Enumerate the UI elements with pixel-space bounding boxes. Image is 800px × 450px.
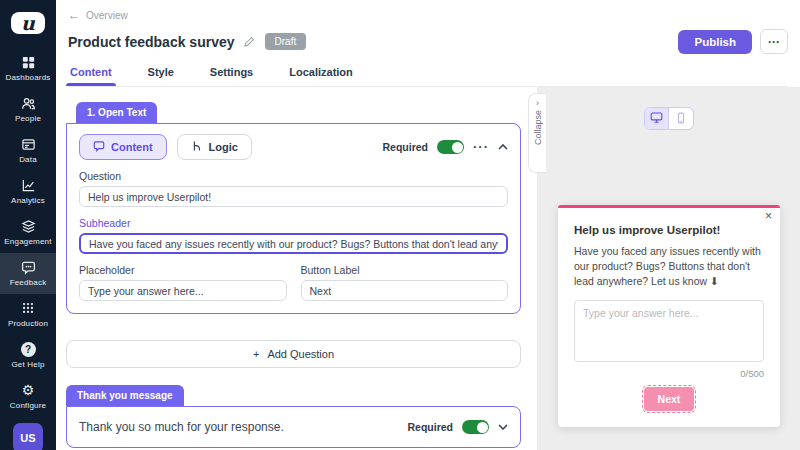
desktop-preview-button[interactable] — [645, 108, 669, 129]
question-input[interactable] — [79, 186, 508, 207]
tab-bar: Content Style Settings Localization — [68, 66, 788, 87]
sidebar-bottom: Production ? Get Help ⚙ Configure US — [0, 294, 56, 450]
required-toggle[interactable] — [437, 140, 464, 154]
sidebar-item-label: Analytics — [11, 196, 45, 205]
production-icon — [21, 300, 35, 316]
sidebar-item-configure[interactable]: ⚙ Configure — [0, 376, 56, 417]
speech-bubble-icon — [93, 140, 105, 154]
survey-next-button[interactable]: Next — [644, 387, 695, 411]
tab-localization[interactable]: Localization — [289, 66, 353, 86]
breadcrumb[interactable]: ← Overview — [68, 8, 788, 22]
survey-question-title: Help us improve Userpilot! — [574, 224, 764, 236]
sidebar-item-get-help[interactable]: ? Get Help — [0, 335, 56, 376]
sidebar-item-data[interactable]: Data — [0, 130, 56, 171]
question-card: Content Logic Required ··· Question — [66, 123, 521, 314]
sidebar-item-dashboards[interactable]: Dashboards — [0, 48, 56, 89]
question-field-label: Question — [79, 170, 508, 182]
thank-you-card: Thank you so much for your response. Req… — [66, 406, 521, 448]
breadcrumb-label[interactable]: Overview — [86, 10, 128, 21]
engagement-icon — [21, 218, 36, 234]
logic-branch-icon — [191, 140, 203, 154]
collapse-chevron-icon: › — [536, 99, 539, 107]
subheader-field-label: Subheader — [79, 217, 508, 229]
sidebar-item-label: Engagement — [4, 237, 51, 246]
userpilot-logo[interactable]: u — [11, 12, 45, 34]
placeholder-buttonlabel-row: Placeholder Button Label — [79, 254, 508, 301]
page-header: ← Overview Product feedback survey Draft… — [56, 0, 800, 87]
plus-icon: + — [253, 348, 259, 360]
survey-answer-textarea[interactable] — [574, 300, 764, 362]
sidebar-item-feedback[interactable]: Feedback — [0, 253, 56, 294]
sidebar-item-label: Get Help — [11, 360, 44, 369]
people-icon — [21, 95, 36, 111]
logo-letter: u — [21, 12, 35, 34]
placeholder-input[interactable] — [79, 280, 287, 301]
page-title: Product feedback survey — [68, 34, 235, 50]
sidebar-item-analytics[interactable]: Analytics — [0, 171, 56, 212]
header-actions: Publish ··· — [678, 29, 788, 54]
survey-editor: 1. Open Text Content Logic Required ··· — [56, 87, 537, 450]
sidebar-item-engagement[interactable]: Engagement — [0, 212, 56, 253]
chevron-down-icon[interactable] — [498, 424, 508, 430]
sidebar-item-production[interactable]: Production — [0, 294, 56, 335]
sidebar-item-label: Data — [19, 155, 37, 164]
thank-you-toolbar-right: Required — [407, 420, 508, 434]
button-label-input[interactable] — [301, 280, 509, 301]
question-card-tab[interactable]: 1. Open Text — [76, 102, 157, 123]
content-mode-button[interactable]: Content — [79, 134, 167, 160]
sidebar-nav: Dashboards People Data Analytics Engagem… — [0, 48, 56, 294]
survey-preview-card: × Help us improve Userpilot! Have you fa… — [558, 205, 780, 427]
monitor-icon — [650, 110, 663, 128]
survey-subheader-text: Have you faced any issues recently with … — [574, 244, 764, 290]
question-toolbar-right: Required ··· — [382, 140, 508, 154]
thank-you-required-toggle[interactable] — [462, 420, 489, 434]
help-icon: ? — [21, 341, 36, 357]
tab-content[interactable]: Content — [70, 66, 112, 86]
logic-mode-button[interactable]: Logic — [177, 134, 252, 160]
placeholder-field-label: Placeholder — [79, 264, 287, 276]
question-toolbar: Content Logic Required ··· — [79, 134, 508, 160]
close-icon[interactable]: × — [765, 209, 772, 223]
gear-icon: ⚙ — [22, 382, 35, 398]
tab-settings[interactable]: Settings — [210, 66, 253, 86]
thank-you-section: Thank you message Thank you so much for … — [66, 385, 521, 448]
add-question-button[interactable]: + Add Question — [66, 340, 521, 368]
preview-panel: › Collapse × Help us improve Userpilot! … — [537, 87, 800, 450]
tab-style[interactable]: Style — [148, 66, 174, 86]
content-row: 1. Open Text Content Logic Required ··· — [56, 87, 800, 450]
required-label: Required — [382, 141, 428, 153]
thank-you-message: Thank you so much for your response. — [79, 420, 284, 434]
title-row: Product feedback survey Draft Publish ··… — [68, 29, 788, 54]
sidebar-item-label: Feedback — [10, 278, 47, 287]
thank-you-tab[interactable]: Thank you message — [66, 385, 184, 406]
device-toggle — [644, 107, 694, 130]
sidebar-item-label: People — [15, 114, 41, 123]
back-arrow-icon[interactable]: ← — [68, 8, 80, 22]
character-counter: 0/500 — [574, 368, 764, 379]
mobile-preview-button[interactable] — [669, 108, 693, 129]
sidebar-item-label: Dashboards — [5, 73, 50, 82]
more-options-button[interactable]: ··· — [760, 29, 788, 54]
button-label-field-label: Button Label — [301, 264, 509, 276]
sidebar-item-label: Production — [8, 319, 48, 328]
dashboards-icon — [21, 54, 36, 70]
sidebar: u Dashboards People Data Analytics — [0, 0, 56, 450]
question-more-icon[interactable]: ··· — [473, 143, 489, 151]
collapse-label: Collapse — [533, 110, 543, 145]
user-avatar[interactable]: US — [13, 423, 43, 450]
subheader-input[interactable] — [79, 233, 508, 254]
status-badge: Draft — [265, 33, 307, 50]
phone-icon — [675, 110, 687, 128]
edit-title-icon[interactable] — [243, 36, 255, 48]
data-icon — [21, 136, 36, 152]
sidebar-item-people[interactable]: People — [0, 89, 56, 130]
publish-button[interactable]: Publish — [678, 30, 752, 54]
analytics-icon — [21, 177, 36, 193]
survey-accent-bar — [558, 205, 780, 208]
chevron-up-icon[interactable] — [498, 144, 508, 150]
sidebar-item-label: Configure — [10, 401, 47, 410]
feedback-icon — [21, 259, 36, 275]
ellipsis-icon: ··· — [768, 35, 780, 49]
main-area: ← Overview Product feedback survey Draft… — [56, 0, 800, 450]
collapse-preview-button[interactable]: › Collapse — [528, 93, 546, 173]
